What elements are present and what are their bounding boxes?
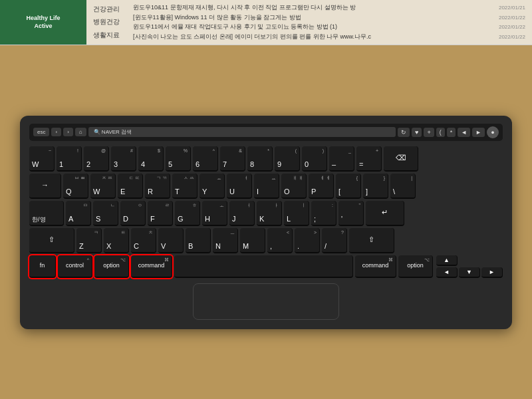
key-control[interactable]: ^ control xyxy=(58,255,92,278)
key-arrow-right[interactable]: ► xyxy=(481,267,503,278)
key-w[interactable]: ㅈ ㅉ W xyxy=(90,174,116,199)
key-x[interactable]: ㅌ X xyxy=(104,228,129,253)
key-q-main: Q xyxy=(66,188,72,196)
key-4[interactable]: $ 4 xyxy=(138,146,164,172)
key-8[interactable]: * 8 xyxy=(247,146,273,172)
key-minus[interactable]: _ – xyxy=(329,146,354,172)
key-n[interactable]: ㅡ N xyxy=(213,228,238,253)
key-w-kr: ㅈ ㅉ xyxy=(102,176,112,180)
key-z-main: Z xyxy=(79,243,84,250)
key-bs-main: \ xyxy=(393,188,395,196)
key-9[interactable]: ( 9 xyxy=(275,146,300,172)
key-2[interactable]: @ 2 xyxy=(84,146,109,172)
key-l[interactable]: ㅣ L xyxy=(284,201,309,226)
key-6[interactable]: ^ 6 xyxy=(193,146,218,172)
tb-brightness-down-icon[interactable]: ( xyxy=(436,128,445,137)
key-shift-left[interactable]: ⇧ xyxy=(29,228,74,253)
key-j[interactable]: ㅓ J xyxy=(229,201,255,226)
tb-forward-key[interactable]: › xyxy=(63,128,73,136)
key-b[interactable]: B xyxy=(186,228,211,253)
key-s[interactable]: ㄴ S xyxy=(93,201,118,226)
key-f[interactable]: ㄹ F xyxy=(148,201,173,226)
key-y[interactable]: ㅛ Y xyxy=(200,174,225,199)
key-command-right[interactable]: ⌘ command xyxy=(355,255,396,278)
key-6-sub: ^ xyxy=(213,148,215,153)
key-fn[interactable]: fn xyxy=(29,255,56,278)
tb-esc-key[interactable]: esc xyxy=(33,128,49,136)
tb-brightness-up-icon[interactable]: * xyxy=(447,128,456,137)
key-d[interactable]: ㅇ D xyxy=(120,201,146,226)
key-u[interactable]: ㅕ U xyxy=(227,174,252,199)
nav-item-3[interactable]: 생활지료 xyxy=(93,31,120,40)
key-c[interactable]: ㅊ C xyxy=(131,228,156,253)
key-e[interactable]: ㄷ ㄸ E xyxy=(118,174,143,199)
arrow-down-icon: ▼ xyxy=(466,269,472,275)
key-equals[interactable]: + = xyxy=(356,146,382,172)
key-qt-main: ' xyxy=(341,215,342,223)
key-caps-lock[interactable]: 한/영 xyxy=(29,201,64,226)
key-e-kr: ㄷ ㄸ xyxy=(129,176,140,180)
key-0[interactable]: ) 0 xyxy=(302,146,327,172)
tb-refresh-icon[interactable]: ↻ xyxy=(398,128,410,137)
key-o[interactable]: ㅐ ㅒ O xyxy=(281,174,307,199)
trackpad[interactable] xyxy=(193,283,339,320)
key-command-left[interactable]: ⌘ command xyxy=(131,255,172,278)
touch-bar: esc ‹ › ⌂ 🔍 NAVER 검색 ↻ ♥ + ( * ◄ ► ● xyxy=(29,124,503,141)
key-option-left[interactable]: ⌥ option xyxy=(94,255,129,278)
key-u-kr: ㅕ xyxy=(244,176,249,180)
key-6-main: 6 xyxy=(196,161,200,168)
key-period[interactable]: > . xyxy=(295,228,320,253)
tb-volume-down-icon[interactable]: ◄ xyxy=(458,128,470,137)
key-arrow-left[interactable]: ◄ xyxy=(436,267,458,278)
tb-plus-icon[interactable]: + xyxy=(424,128,434,137)
tb-home-key[interactable]: ⌂ xyxy=(75,128,86,136)
tb-volume-up-icon[interactable]: ► xyxy=(472,128,485,137)
key-comma[interactable]: < , xyxy=(267,228,293,253)
key-z[interactable]: ㅋ Z xyxy=(76,228,102,253)
key-slash[interactable]: ? / xyxy=(322,228,347,253)
key-3-sub: # xyxy=(130,148,133,153)
key-tilde[interactable]: ~ W xyxy=(29,146,55,172)
key-semicolon[interactable]: : ; xyxy=(311,201,336,226)
key-arrow-up[interactable]: ▲ xyxy=(436,255,458,266)
opt-l-label: option xyxy=(103,263,120,269)
key-a[interactable]: ㅁ A xyxy=(66,201,91,226)
key-i[interactable]: ㅛ I xyxy=(254,174,279,199)
key-g[interactable]: ㅎ G xyxy=(175,201,200,226)
key-option-right[interactable]: ⌥ option xyxy=(398,255,433,278)
key-backslash[interactable]: | \ xyxy=(390,174,416,199)
key-5[interactable]: % 5 xyxy=(166,146,191,172)
key-tab[interactable]: → xyxy=(29,174,61,199)
key-h[interactable]: ㅗ H xyxy=(202,201,227,226)
nav-item-2[interactable]: 병원건강 xyxy=(93,17,120,27)
key-7[interactable]: & 7 xyxy=(220,146,245,172)
tb-search-bar[interactable]: 🔍 NAVER 검색 xyxy=(88,127,396,137)
key-3[interactable]: # 3 xyxy=(111,146,136,172)
key-r[interactable]: ㄱ ㄲ R xyxy=(145,174,170,199)
key-a-kr: ㅁ xyxy=(83,203,88,207)
key-space[interactable] xyxy=(174,255,353,278)
key-bracket-r[interactable]: } ] xyxy=(363,174,388,199)
key-shift-right[interactable]: ⇧ xyxy=(349,228,394,253)
key-1[interactable]: ! 1 xyxy=(57,146,82,172)
key-t-kr: ㅅ ㅆ xyxy=(184,176,194,180)
key-v[interactable]: V xyxy=(158,228,184,253)
tb-heart-icon[interactable]: ♥ xyxy=(412,128,422,137)
key-9-main: 9 xyxy=(277,161,281,168)
key-k[interactable]: ㅏ K xyxy=(257,201,282,226)
key-t[interactable]: ㅅ ㅆ T xyxy=(172,174,198,199)
key-backspace[interactable]: ⌫ xyxy=(384,146,418,172)
key-j-main: J xyxy=(232,215,236,223)
key-p[interactable]: ㅔ ㅖ P xyxy=(309,174,334,199)
tb-power-icon[interactable]: ● xyxy=(487,126,499,138)
key-equals-sub: + xyxy=(376,148,378,153)
key-bracket-l[interactable]: { [ xyxy=(336,174,361,199)
key-quote[interactable]: " ' xyxy=(338,201,364,226)
key-u-main: U xyxy=(229,188,235,196)
key-q[interactable]: ㅂ ㅃ Q xyxy=(63,174,88,199)
key-m[interactable]: M xyxy=(240,228,265,253)
tb-back-key[interactable]: ‹ xyxy=(51,128,61,136)
nav-item-1[interactable]: 건강관리 xyxy=(93,5,120,14)
key-arrow-down[interactable]: ▼ xyxy=(459,267,480,278)
key-return[interactable]: ↵ xyxy=(366,201,404,226)
